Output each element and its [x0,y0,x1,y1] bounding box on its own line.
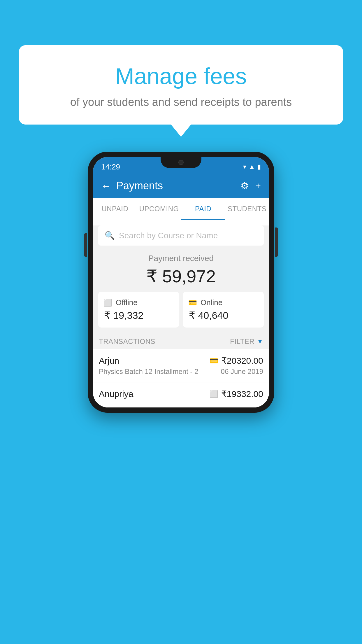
online-card: 💳 Online ₹ 40,640 [183,292,264,328]
notch [161,157,201,168]
transaction-right: 💳 ₹20320.00 [210,356,263,366]
table-row[interactable]: Arjun 💳 ₹20320.00 Physics Batch 12 Insta… [93,349,269,382]
tab-upcoming[interactable]: UPCOMING [137,198,181,220]
filter-section[interactable]: FILTER ▼ [230,337,263,346]
tab-unpaid[interactable]: UNPAID [93,198,137,220]
tab-paid[interactable]: PAID [181,198,225,220]
transaction-right: ⬜ ₹19332.00 [210,389,263,399]
status-bar: 14:29 ▾ ▲ ▮ [93,157,269,174]
transaction-top: Arjun 💳 ₹20320.00 [99,356,263,366]
search-container[interactable]: 🔍 Search by Course or Name [98,225,264,246]
transaction-name: Anupriya [99,389,133,399]
online-label: Online [201,298,222,307]
transaction-amount: ₹20320.00 [221,356,263,366]
payment-total: ₹ 59,972 [98,266,264,286]
phone-mockup: 14:29 ▾ ▲ ▮ ← Payments ⚙ + [88,152,274,413]
search-icon: 🔍 [105,231,115,240]
offline-card-header: ⬜ Offline [103,298,174,307]
transaction-date: 06 June 2019 [221,368,263,376]
header-left: ← Payments [101,180,163,192]
transaction-amount: ₹19332.00 [221,389,263,399]
filter-label: FILTER [230,337,254,346]
app-content: 🔍 Search by Course or Name Payment recei… [93,225,269,407]
speech-bubble-title: Manage fees [42,63,320,90]
speech-bubble-container: Manage fees of your students and send re… [19,45,343,125]
add-icon[interactable]: + [255,181,261,191]
payment-type-icon: 💳 [210,357,218,365]
phone-screen: 14:29 ▾ ▲ ▮ ← Payments ⚙ + [93,157,269,407]
table-row[interactable]: Anupriya ⬜ ₹19332.00 [93,382,269,407]
transaction-top: Anupriya ⬜ ₹19332.00 [99,389,263,399]
battery-icon: ▮ [257,163,261,171]
tabs-container: UNPAID UPCOMING PAID STUDENTS [93,198,269,220]
payment-label: Payment received [98,254,264,263]
payment-type-icon: ⬜ [210,390,218,398]
transaction-bottom: Physics Batch 12 Installment - 2 06 June… [99,368,263,376]
speech-bubble-subtitle: of your students and send receipts to pa… [42,96,320,108]
transactions-header: TRANSACTIONS FILTER ▼ [93,333,269,349]
signal-icon: ▲ [249,163,255,171]
online-icon: 💳 [188,299,197,307]
status-icons: ▾ ▲ ▮ [243,163,261,171]
payment-received-section: Payment received ₹ 59,972 [93,246,269,292]
online-amount: ₹ 40,640 [188,309,259,321]
online-card-header: 💳 Online [188,298,259,307]
phone-outer: 14:29 ▾ ▲ ▮ ← Payments ⚙ + [88,152,274,413]
app-header: ← Payments ⚙ + [93,174,269,198]
transaction-name: Arjun [99,356,119,366]
tab-students[interactable]: STUDENTS [225,198,269,220]
offline-amount: ₹ 19,332 [103,309,174,321]
filter-icon: ▼ [257,338,263,345]
payment-cards: ⬜ Offline ₹ 19,332 💳 Online ₹ 40,640 [93,292,269,333]
camera [178,160,184,165]
offline-icon: ⬜ [103,299,112,307]
back-button[interactable]: ← [101,180,111,192]
search-input[interactable]: Search by Course or Name [119,231,218,240]
transactions-label: TRANSACTIONS [99,337,155,346]
header-right: ⚙ + [240,180,261,191]
offline-label: Offline [116,298,138,307]
offline-card: ⬜ Offline ₹ 19,332 [98,292,179,328]
status-time: 14:29 [101,162,120,172]
transaction-course: Physics Batch 12 Installment - 2 [99,368,198,376]
speech-bubble: Manage fees of your students and send re… [19,45,343,125]
header-title: Payments [116,180,163,192]
settings-icon[interactable]: ⚙ [240,180,249,191]
wifi-icon: ▾ [243,163,246,171]
